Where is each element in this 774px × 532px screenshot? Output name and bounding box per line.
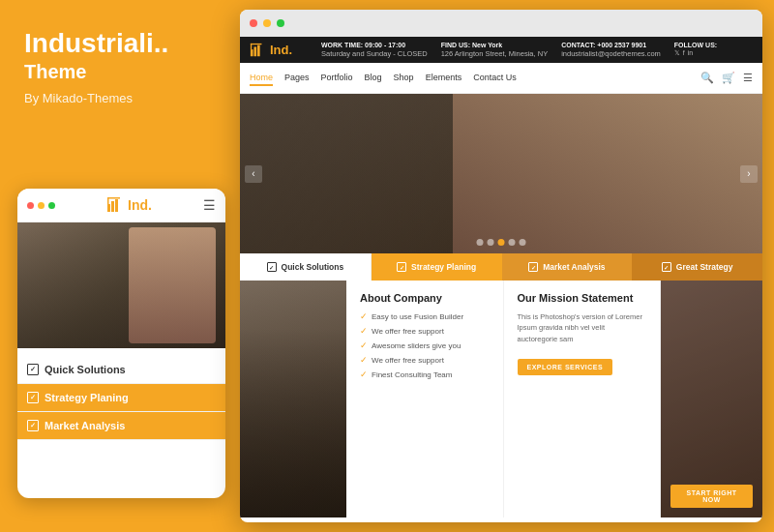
nav-item-elements[interactable]: Elements [426, 71, 462, 86]
hero-dots [477, 239, 526, 246]
tab-icon-market: ✓ [528, 262, 538, 272]
nav-right-icons: 🔍 🛒 ☰ [700, 72, 753, 84]
tab-label-quick: Quick Solutions [282, 262, 344, 272]
tab-great-strategy[interactable]: ✓ Great Strategy [632, 253, 762, 281]
site-logo: Ind. [250, 43, 308, 58]
content-mission: Our Mission Statement This is Photoshop'… [504, 281, 662, 517]
topbar-worktime: WORK TIME: 09:00 - 17:00 Saturday and Su… [321, 42, 428, 58]
topbar-follow-label: FOLLOW US: [674, 42, 717, 48]
mobile-mockup: Ind. ☰ ✓ Quick Solutions ✓ Strategy Plan… [17, 189, 225, 498]
site-logo-icon [250, 43, 265, 58]
tabs-bar: ✓ Quick Solutions ✓ Strategy Planing ✓ M… [240, 253, 762, 281]
check-icon-2: ✓ [360, 326, 368, 336]
mobile-logo-text: Ind. [128, 197, 152, 213]
social-twitter-icon[interactable]: 𝕏 [674, 49, 680, 57]
mobile-menu-label-3: Market Analysis [45, 420, 125, 431]
hero-prev-button[interactable]: ‹ [245, 165, 262, 183]
mobile-menu-icon-2: ✓ [27, 392, 39, 403]
topbar-contact: CONTACT: +000 2537 9901 industrialist@qo… [561, 42, 661, 58]
svg-rect-4 [107, 197, 109, 204]
tab-label-strategy: Strategy Planing [411, 262, 476, 272]
content-cta: Start Right Now [661, 281, 762, 517]
topbar-findus-label: FIND US: New York [441, 42, 548, 48]
mobile-menu-icon-1: ✓ [27, 364, 39, 375]
mobile-hamburger-icon[interactable]: ☰ [203, 197, 216, 213]
tab-icon-quick: ✓ [267, 262, 277, 272]
svg-rect-6 [253, 46, 256, 56]
mobile-menu-icon-3: ✓ [27, 420, 39, 431]
checklist-item-3: ✓ Awesome sliders give you [360, 340, 490, 350]
topbar-social-icons: 𝕏 f in [674, 49, 717, 57]
nav-item-portfolio[interactable]: Portfolio [321, 71, 353, 86]
tab-market-analysis[interactable]: ✓ Market Analysis [502, 253, 633, 281]
start-button[interactable]: Start Right Now [670, 485, 753, 508]
check-icon-4: ✓ [360, 355, 368, 365]
hero-dot-1[interactable] [477, 239, 484, 246]
tab-icon-great: ✓ [662, 262, 671, 272]
cart-icon[interactable]: 🛒 [722, 72, 735, 84]
hero-dot-5[interactable] [520, 239, 526, 246]
nav-item-home[interactable]: Home [250, 71, 273, 86]
nav-items: Home Pages Portfolio Blog Shop Elements … [250, 71, 700, 86]
content-image [240, 281, 346, 517]
hero-next-button[interactable]: › [740, 165, 758, 183]
browser-dot-yellow [263, 19, 271, 27]
nav-item-blog[interactable]: Blog [365, 71, 382, 86]
mission-title: Our Mission Statement [518, 292, 647, 304]
hero-person [453, 94, 762, 253]
check-icon-5: ✓ [360, 369, 368, 379]
social-instagram-icon[interactable]: in [688, 49, 693, 57]
svg-rect-7 [257, 44, 260, 56]
mobile-dot-red [27, 202, 34, 209]
nav-item-pages[interactable]: Pages [284, 71, 310, 86]
browser-mockup: Ind. WORK TIME: 09:00 - 17:00 Saturday a… [240, 10, 762, 522]
checklist-text-3: Awesome sliders give you [372, 341, 461, 350]
mobile-menu-item-market[interactable]: ✓ Market Analysis [17, 412, 225, 440]
brand-subtitle: Theme [24, 61, 208, 83]
svg-rect-9 [251, 43, 252, 48]
hero-dot-3[interactable] [498, 239, 505, 246]
checklist-item-5: ✓ Finest Consulting Team [360, 369, 490, 379]
menu-icon[interactable]: ☰ [743, 72, 753, 84]
checklist-item-1: ✓ Easy to use Fusion Builder [360, 311, 490, 321]
nav-item-shop[interactable]: Shop [394, 71, 414, 86]
content-about: About Company ✓ Easy to use Fusion Build… [346, 281, 504, 517]
browser-chrome-bar [240, 10, 762, 37]
topbar-follow: FOLLOW US: 𝕏 f in [674, 42, 717, 58]
mobile-logo: Ind. [106, 196, 152, 214]
search-icon[interactable]: 🔍 [700, 72, 714, 84]
cta-overlay [661, 281, 762, 517]
mobile-menu-item-strategy[interactable]: ✓ Strategy Planing [17, 384, 225, 412]
check-icon-3: ✓ [360, 340, 368, 350]
checklist-text-2: We offer free support [372, 327, 444, 336]
svg-rect-2 [115, 199, 118, 212]
topbar-worktime-sub: Saturday and Sunday - CLOSED [321, 49, 428, 58]
tab-strategy-planing[interactable]: ✓ Strategy Planing [372, 253, 502, 281]
left-panel: Industriali.. Theme By Mikado-Themes Ind… [0, 0, 232, 532]
nav-item-contact[interactable]: Contact Us [473, 71, 517, 86]
social-facebook-icon[interactable]: f [683, 49, 685, 57]
svg-rect-3 [107, 197, 120, 199]
mobile-logo-icon [106, 196, 124, 214]
topbar-contact-sub: industrialist@qodethemes.com [561, 49, 661, 58]
hero-dot-4[interactable] [509, 239, 516, 246]
check-icon-1: ✓ [360, 311, 368, 321]
explore-button[interactable]: EXPLORE SERVICES [518, 359, 613, 375]
topbar-findus-sub: 126 Arlington Street, Minesia, NY [441, 49, 548, 58]
svg-rect-0 [107, 204, 110, 212]
topbar-worktime-label: WORK TIME: 09:00 - 17:00 [321, 42, 428, 48]
mobile-menu: ✓ Quick Solutions ✓ Strategy Planing ✓ M… [17, 348, 225, 448]
mobile-menu-item-quick-solutions[interactable]: ✓ Quick Solutions [17, 356, 225, 384]
browser-dot-green [277, 19, 284, 27]
svg-rect-5 [251, 49, 253, 56]
topbar-contact-label: CONTACT: +000 2537 9901 [561, 42, 661, 48]
tab-quick-solutions[interactable]: ✓ Quick Solutions [240, 253, 372, 281]
hero-dot-2[interactable] [488, 239, 494, 246]
checklist-item-4: ✓ We offer free support [360, 355, 490, 365]
mobile-hero-image [17, 222, 225, 348]
checklist-text-1: Easy to use Fusion Builder [372, 312, 463, 321]
mobile-topbar: Ind. ☰ [17, 189, 225, 222]
hero-slider: ‹ › [240, 94, 762, 253]
svg-rect-8 [251, 43, 262, 44]
brand-title: Industriali.. [24, 29, 208, 59]
